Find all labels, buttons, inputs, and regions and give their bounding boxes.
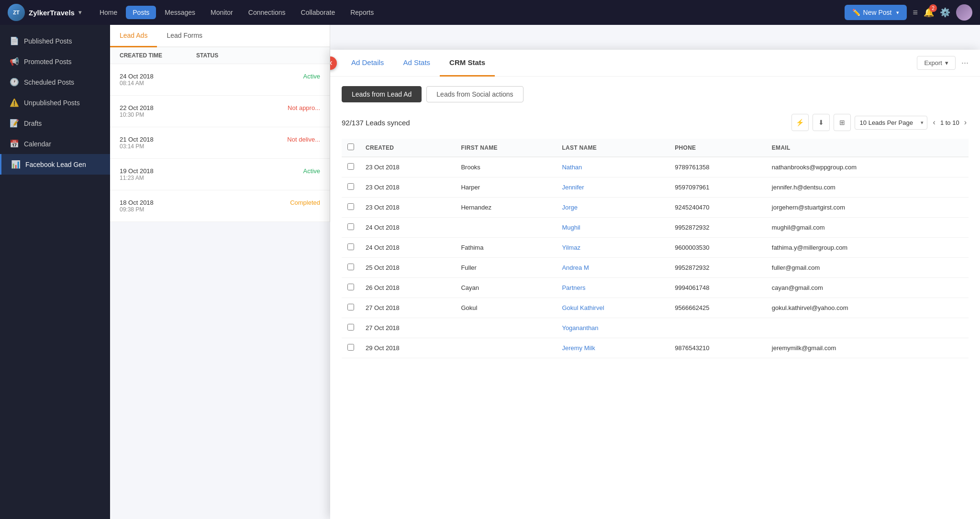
cell-first-name-5: Fuller: [455, 258, 556, 278]
sidebar-item-facebook-lead-gen[interactable]: 📊 Facebook Lead Gen: [0, 154, 110, 175]
row-checkbox-8[interactable]: [347, 324, 354, 331]
settings-icon[interactable]: ⚙️: [940, 7, 950, 18]
filter-icon: ⚡: [796, 119, 804, 126]
cell-last-name-1[interactable]: Jennifer: [556, 177, 669, 198]
brand-logo-area[interactable]: ZT ZylkerTravels ▾: [8, 4, 81, 21]
toggle-leads-from-lead-ad[interactable]: Leads from Lead Ad: [342, 86, 422, 102]
filter-button[interactable]: ⚡: [791, 114, 809, 131]
nav-home[interactable]: Home: [93, 6, 124, 19]
download-button[interactable]: ⬇: [813, 114, 830, 131]
row-checkbox-0[interactable]: [347, 163, 354, 170]
tab-lead-ads[interactable]: Lead Ads: [110, 25, 157, 47]
post-time-0: 08:14 AM: [120, 80, 154, 87]
per-page-select[interactable]: 5 Leads Per Page 10 Leads Per Page 20 Le…: [855, 116, 927, 130]
col-created-time: CREATED TIME: [120, 52, 196, 59]
cell-last-name-8[interactable]: Yogananthan: [556, 318, 669, 338]
sidebar-label-calendar: Calendar: [24, 140, 51, 148]
link-last-name-5[interactable]: Andrea M: [562, 264, 589, 271]
brand-dropdown-icon[interactable]: ▾: [78, 9, 81, 16]
tab-lead-forms[interactable]: Lead Forms: [157, 25, 212, 47]
row-checkbox-3[interactable]: [347, 223, 354, 230]
link-last-name-3[interactable]: Mughil: [562, 224, 580, 231]
unpublished-icon: ⚠️: [10, 98, 19, 107]
more-options-button[interactable]: ···: [961, 58, 969, 68]
row-checkbox-2[interactable]: [347, 203, 354, 210]
cell-created-4: 24 Oct 2018: [360, 238, 455, 258]
cell-email-2: jorgehern@stuartgirst.com: [766, 198, 969, 218]
cell-last-name-0[interactable]: Nathan: [556, 157, 669, 177]
notification-bell[interactable]: 🔔 2: [924, 7, 934, 18]
row-checkbox-6[interactable]: [347, 284, 354, 290]
link-last-name-9[interactable]: Jeremy Milk: [562, 344, 595, 352]
sidebar-item-promoted-posts[interactable]: 📢 Promoted Posts: [0, 51, 110, 72]
sidebar-item-published-posts[interactable]: 📄 Published Posts: [0, 31, 110, 51]
sidebar-label-drafts: Drafts: [24, 120, 42, 127]
link-last-name-0[interactable]: Nathan: [562, 164, 582, 171]
sidebar-item-scheduled-posts[interactable]: 🕐 Scheduled Posts: [0, 72, 110, 92]
link-last-name-4[interactable]: Yilmaz: [562, 244, 580, 251]
link-last-name-2[interactable]: Jorge: [562, 204, 578, 211]
cell-phone-1: 9597097961: [669, 177, 766, 198]
tab-ad-stats[interactable]: Ad Stats: [393, 50, 440, 77]
pagination: ‹ 1 to 10 ›: [931, 116, 969, 129]
detail-header: Ad Details Ad Stats CRM Stats Export ▾ ·…: [330, 50, 980, 77]
cell-created-6: 26 Oct 2018: [360, 278, 455, 298]
table-row: 23 Oct 2018HernandezJorge9245240470jorge…: [342, 198, 969, 218]
user-avatar[interactable]: [956, 4, 972, 21]
new-post-button[interactable]: ✏️ New Post ▾: [845, 5, 907, 20]
tab-ad-details[interactable]: Ad Details: [342, 50, 393, 77]
row-checkbox-7[interactable]: [347, 304, 354, 310]
nav-messages[interactable]: Messages: [158, 6, 202, 19]
cell-email-7: gokul.kathirvel@yahoo.com: [766, 298, 969, 318]
calendar-icon: 📅: [10, 139, 19, 148]
cell-last-name-6[interactable]: Partners: [556, 278, 669, 298]
post-item-0[interactable]: 24 Oct 2018 08:14 AM Active: [110, 64, 330, 96]
link-last-name-8[interactable]: Yogananthan: [562, 324, 598, 331]
cell-created-5: 25 Oct 2018: [360, 258, 455, 278]
row-checkbox-9[interactable]: [347, 344, 354, 351]
lead-gen-icon: 📊: [11, 160, 21, 169]
sidebar-item-drafts[interactable]: 📝 Drafts: [0, 113, 110, 133]
pencil-icon: ✏️: [852, 9, 860, 16]
prev-page-button[interactable]: ‹: [931, 116, 937, 129]
sidebar-item-unpublished-posts[interactable]: ⚠️ Unpublished Posts: [0, 92, 110, 113]
table-row: 23 Oct 2018HarperJennifer9597097961jenni…: [342, 177, 969, 198]
table-row: 27 Oct 2018GokulGokul Kathirvel956666242…: [342, 298, 969, 318]
nav-collaborate[interactable]: Collaborate: [294, 6, 342, 19]
nav-monitor[interactable]: Monitor: [204, 6, 240, 19]
tab-crm-stats[interactable]: CRM Stats: [440, 50, 495, 77]
columns-button[interactable]: ⊞: [834, 114, 851, 131]
row-checkbox-1[interactable]: [347, 183, 354, 190]
leads-bar: 92/137 Leads synced ⚡ ⬇ ⊞: [342, 114, 969, 131]
nav-connections[interactable]: Connections: [242, 6, 292, 19]
post-item-3[interactable]: 19 Oct 2018 11:23 AM Active: [110, 159, 330, 190]
row-checkbox-5[interactable]: [347, 264, 354, 270]
post-item-4[interactable]: 18 Oct 2018 09:38 PM Completed: [110, 190, 330, 222]
cell-last-name-4[interactable]: Yilmaz: [556, 238, 669, 258]
post-item-1[interactable]: 22 Oct 2018 10:30 PM Not appro...: [110, 96, 330, 127]
cell-phone-8: [669, 318, 766, 338]
cell-last-name-3[interactable]: Mughil: [556, 218, 669, 238]
sidebar-item-calendar[interactable]: 📅 Calendar: [0, 133, 110, 154]
row-checkbox-4[interactable]: [347, 243, 354, 250]
link-last-name-7[interactable]: Gokul Kathirvel: [562, 304, 604, 311]
select-all-checkbox[interactable]: [347, 144, 354, 150]
cell-last-name-5[interactable]: Andrea M: [556, 258, 669, 278]
toggle-leads-from-social-actions[interactable]: Leads from Social actions: [426, 86, 523, 102]
post-item-2[interactable]: 21 Oct 2018 03:14 PM Not delive...: [110, 127, 330, 159]
next-page-button[interactable]: ›: [962, 116, 969, 129]
link-last-name-1[interactable]: Jennifer: [562, 184, 584, 191]
link-last-name-6[interactable]: Partners: [562, 284, 585, 291]
cell-phone-0: 9789761358: [669, 157, 766, 177]
columns-icon: ⊞: [839, 119, 845, 126]
cell-email-6: cayan@gmail.com: [766, 278, 969, 298]
cell-last-name-9[interactable]: Jeremy Milk: [556, 338, 669, 358]
nav-reports[interactable]: Reports: [344, 6, 380, 19]
export-button[interactable]: Export ▾: [917, 56, 956, 70]
cell-last-name-2[interactable]: Jorge: [556, 198, 669, 218]
nav-posts[interactable]: Posts: [126, 6, 156, 19]
cell-last-name-7[interactable]: Gokul Kathirvel: [556, 298, 669, 318]
topnav-right: ✏️ New Post ▾ ≡ 🔔 2 ⚙️: [845, 4, 972, 21]
menu-icon[interactable]: ≡: [913, 8, 918, 18]
cell-email-3: mughil@gmail.com: [766, 218, 969, 238]
